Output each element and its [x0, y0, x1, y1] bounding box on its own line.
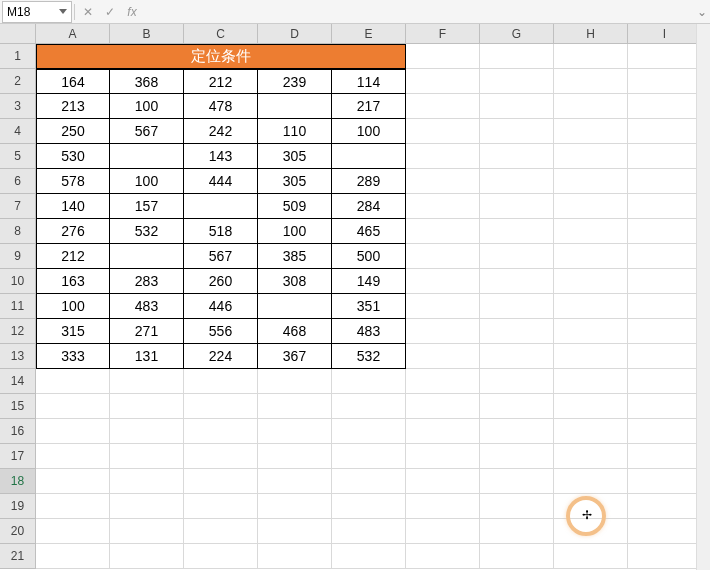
cell[interactable] [554, 519, 628, 544]
name-box[interactable]: M18 [2, 1, 72, 23]
cell[interactable] [406, 444, 480, 469]
cell[interactable] [332, 144, 406, 169]
cell[interactable] [480, 394, 554, 419]
cell[interactable]: 213 [36, 94, 110, 119]
cell[interactable] [184, 194, 258, 219]
cell[interactable] [406, 244, 480, 269]
cell[interactable] [628, 244, 702, 269]
cell[interactable]: 465 [332, 219, 406, 244]
cell[interactable] [184, 469, 258, 494]
cell[interactable] [480, 144, 554, 169]
cell[interactable] [258, 544, 332, 569]
column-header-A[interactable]: A [36, 24, 110, 44]
cell[interactable] [406, 344, 480, 369]
cell[interactable] [184, 394, 258, 419]
cell[interactable] [480, 444, 554, 469]
formula-input[interactable] [143, 1, 694, 23]
cell[interactable] [332, 394, 406, 419]
cell[interactable] [554, 294, 628, 319]
column-header-F[interactable]: F [406, 24, 480, 44]
cell[interactable] [480, 69, 554, 94]
row-header[interactable]: 7 [0, 194, 36, 219]
cell[interactable] [406, 544, 480, 569]
row-header[interactable]: 17 [0, 444, 36, 469]
cell[interactable] [480, 269, 554, 294]
cell[interactable] [406, 369, 480, 394]
cell[interactable] [480, 419, 554, 444]
cell[interactable]: 283 [110, 269, 184, 294]
cell[interactable] [628, 344, 702, 369]
cell[interactable] [406, 194, 480, 219]
cell[interactable] [480, 194, 554, 219]
cell[interactable] [628, 119, 702, 144]
cell[interactable] [258, 94, 332, 119]
cell[interactable] [36, 394, 110, 419]
cell[interactable] [480, 469, 554, 494]
cell[interactable]: 140 [36, 194, 110, 219]
cell[interactable] [406, 144, 480, 169]
row-header[interactable]: 19 [0, 494, 36, 519]
cell[interactable] [332, 419, 406, 444]
row-header[interactable]: 14 [0, 369, 36, 394]
cell[interactable] [554, 44, 628, 69]
cell[interactable] [406, 69, 480, 94]
cell[interactable]: 351 [332, 294, 406, 319]
column-header-E[interactable]: E [332, 24, 406, 44]
cell[interactable] [554, 494, 628, 519]
cell[interactable]: 100 [110, 94, 184, 119]
cell[interactable] [258, 294, 332, 319]
row-header[interactable]: 4 [0, 119, 36, 144]
cell[interactable]: 530 [36, 144, 110, 169]
cell[interactable] [406, 119, 480, 144]
cell[interactable] [110, 394, 184, 419]
cell[interactable] [258, 519, 332, 544]
cell[interactable]: 149 [332, 269, 406, 294]
cell[interactable] [406, 394, 480, 419]
cell[interactable]: 100 [110, 169, 184, 194]
cell[interactable] [628, 494, 702, 519]
cell[interactable] [332, 444, 406, 469]
cell[interactable] [554, 394, 628, 419]
cell[interactable]: 157 [110, 194, 184, 219]
cell[interactable]: 333 [36, 344, 110, 369]
cell[interactable] [36, 419, 110, 444]
cell[interactable] [554, 369, 628, 394]
cell[interactable] [554, 269, 628, 294]
cell[interactable] [258, 444, 332, 469]
cell[interactable] [258, 419, 332, 444]
cell[interactable] [110, 519, 184, 544]
cell[interactable] [406, 519, 480, 544]
cell[interactable]: 305 [258, 144, 332, 169]
cell[interactable]: 367 [258, 344, 332, 369]
column-header-D[interactable]: D [258, 24, 332, 44]
cell[interactable] [554, 469, 628, 494]
cell[interactable]: 305 [258, 169, 332, 194]
cell[interactable]: 212 [36, 244, 110, 269]
cell[interactable] [628, 544, 702, 569]
cell[interactable] [332, 544, 406, 569]
cell[interactable] [406, 94, 480, 119]
cell[interactable]: 224 [184, 344, 258, 369]
cell[interactable] [406, 169, 480, 194]
cell[interactable] [258, 394, 332, 419]
cell[interactable]: 368 [110, 69, 184, 94]
cell[interactable] [110, 244, 184, 269]
column-header-H[interactable]: H [554, 24, 628, 44]
fx-button[interactable]: fx [121, 1, 143, 23]
confirm-formula-button[interactable]: ✓ [99, 1, 121, 23]
expand-formula-button[interactable]: ⌄ [694, 5, 710, 19]
row-header[interactable]: 8 [0, 219, 36, 244]
cell[interactable] [554, 244, 628, 269]
cell[interactable]: 284 [332, 194, 406, 219]
cell[interactable]: 260 [184, 269, 258, 294]
cell[interactable] [110, 144, 184, 169]
cell[interactable] [406, 44, 480, 69]
cell[interactable] [554, 544, 628, 569]
cell[interactable] [480, 219, 554, 244]
cell[interactable]: 518 [184, 219, 258, 244]
cell[interactable]: 567 [110, 119, 184, 144]
row-header[interactable]: 2 [0, 69, 36, 94]
select-all-corner[interactable] [0, 24, 36, 44]
cell[interactable] [628, 419, 702, 444]
row-header[interactable]: 10 [0, 269, 36, 294]
